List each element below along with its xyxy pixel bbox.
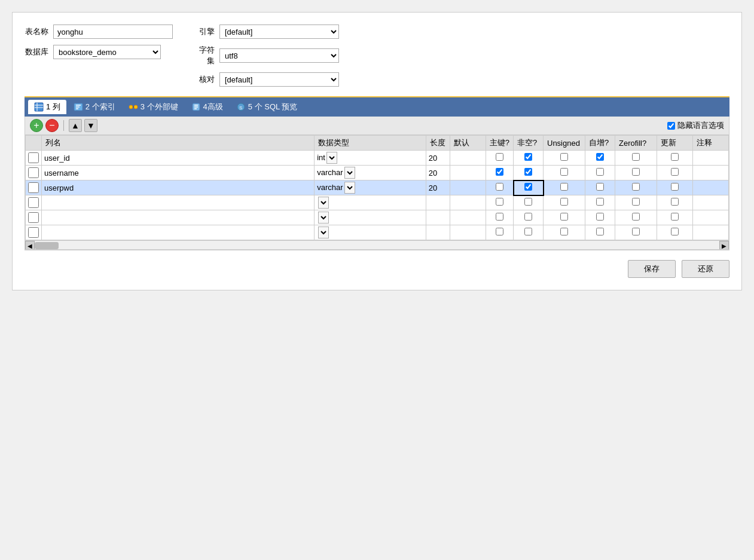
move-up-button[interactable]: ▲ (69, 119, 82, 132)
col-notnull-cell[interactable] (514, 225, 544, 240)
database-select[interactable]: bookstore_demo (53, 45, 161, 59)
col-autoincr-cell[interactable] (585, 151, 615, 166)
col-comment-input[interactable] (695, 182, 726, 194)
col-update-checkbox[interactable] (671, 198, 679, 206)
col-notnull-cell[interactable] (514, 195, 544, 210)
col-primary-cell[interactable] (486, 210, 513, 225)
col-update-cell[interactable] (657, 210, 693, 225)
row-select-checkbox[interactable] (28, 227, 39, 238)
col-autoincr-cell[interactable] (585, 180, 615, 195)
col-default-input[interactable] (453, 197, 483, 209)
col-unsigned-checkbox[interactable] (560, 153, 568, 161)
row-select-checkbox[interactable] (28, 167, 39, 178)
tab-advanced[interactable]: 4高级 (185, 100, 229, 114)
col-unsigned-checkbox[interactable] (560, 183, 568, 191)
table-name-input[interactable] (53, 25, 173, 39)
col-comment-input[interactable] (695, 167, 726, 179)
col-default-cell[interactable] (450, 166, 486, 180)
col-type-dropdown[interactable] (318, 212, 329, 224)
col-primary-checkbox[interactable] (496, 198, 503, 206)
col-notnull-cell[interactable] (514, 151, 544, 166)
tab-columns[interactable]: 1 列 (28, 100, 66, 114)
row-select-checkbox[interactable] (28, 152, 39, 163)
col-comment-cell[interactable] (693, 225, 729, 240)
col-update-cell[interactable] (657, 166, 693, 180)
col-update-cell[interactable] (657, 151, 693, 166)
col-length-cell[interactable] (426, 225, 450, 240)
col-length-input[interactable] (429, 182, 447, 194)
col-default-cell[interactable] (450, 210, 486, 225)
col-primary-cell[interactable] (486, 180, 513, 195)
col-autoincr-cell[interactable] (585, 225, 615, 240)
col-comment-cell[interactable] (693, 180, 729, 195)
row-select-checkbox[interactable] (28, 212, 39, 223)
col-notnull-checkbox[interactable] (524, 153, 532, 161)
horizontal-scrollbar[interactable]: ◀ ▶ (25, 240, 729, 250)
col-primary-checkbox[interactable] (496, 213, 503, 221)
hide-lang-checkbox[interactable] (667, 122, 675, 130)
col-unsigned-checkbox[interactable] (560, 168, 568, 176)
col-name-cell[interactable] (42, 180, 315, 195)
col-update-checkbox[interactable] (671, 213, 679, 221)
col-notnull-cell[interactable] (514, 166, 544, 180)
col-unsigned-cell[interactable] (544, 151, 585, 166)
col-zerofill-checkbox[interactable] (632, 213, 640, 221)
col-primary-cell[interactable] (486, 166, 513, 180)
col-autoincr-cell[interactable] (585, 195, 615, 210)
col-primary-cell[interactable] (486, 225, 513, 240)
col-comment-cell[interactable] (693, 166, 729, 180)
col-update-cell[interactable] (657, 195, 693, 210)
col-default-input[interactable] (453, 167, 483, 179)
col-autoincr-checkbox[interactable] (596, 153, 604, 161)
col-name-cell[interactable] (42, 166, 315, 180)
col-primary-checkbox[interactable] (496, 183, 503, 191)
col-unsigned-cell[interactable] (544, 180, 585, 195)
col-comment-cell[interactable] (693, 195, 729, 210)
hide-lang-option[interactable]: 隐藏语言选项 (667, 120, 724, 131)
col-autoincr-cell[interactable] (585, 166, 615, 180)
col-autoincr-checkbox[interactable] (596, 168, 604, 176)
col-primary-checkbox[interactable] (496, 168, 503, 176)
col-default-input[interactable] (453, 212, 483, 224)
col-default-input[interactable] (453, 182, 483, 194)
col-default-cell[interactable] (450, 225, 486, 240)
col-default-cell[interactable] (450, 180, 486, 195)
scroll-left-button[interactable]: ◀ (25, 241, 35, 250)
col-zerofill-cell[interactable] (615, 151, 657, 166)
col-name-input[interactable] (44, 182, 312, 194)
col-zerofill-cell[interactable] (615, 180, 657, 195)
col-notnull-checkbox[interactable] (524, 198, 532, 206)
col-type-cell[interactable] (315, 195, 426, 210)
col-comment-cell[interactable] (693, 210, 729, 225)
col-update-checkbox[interactable] (671, 168, 679, 176)
tab-foreign-keys[interactable]: 3 个外部键 (123, 100, 184, 114)
col-zerofill-cell[interactable] (615, 225, 657, 240)
collation-select[interactable]: [default] (219, 72, 339, 87)
col-update-checkbox[interactable] (671, 153, 679, 161)
col-zerofill-checkbox[interactable] (632, 153, 640, 161)
col-comment-cell[interactable] (693, 151, 729, 166)
remove-row-button[interactable]: − (45, 119, 59, 132)
col-unsigned-cell[interactable] (544, 166, 585, 180)
add-row-button[interactable]: + (30, 119, 43, 132)
col-comment-input[interactable] (695, 152, 726, 164)
col-notnull-checkbox[interactable] (524, 213, 532, 221)
row-select-checkbox[interactable] (28, 197, 39, 208)
col-autoincr-checkbox[interactable] (596, 228, 604, 235)
col-autoincr-checkbox[interactable] (596, 213, 604, 221)
col-unsigned-cell[interactable] (544, 225, 585, 240)
col-default-cell[interactable] (450, 151, 486, 166)
col-zerofill-checkbox[interactable] (632, 183, 640, 191)
col-name-input[interactable] (44, 227, 312, 238)
col-length-cell[interactable] (426, 210, 450, 225)
col-type-cell[interactable]: varchar (315, 166, 426, 180)
col-autoincr-checkbox[interactable] (596, 183, 604, 191)
save-button[interactable]: 保存 (628, 260, 676, 278)
col-primary-cell[interactable] (486, 151, 513, 166)
tab-indexes[interactable]: 2 个索引 (68, 100, 121, 114)
scrollbar-thumb[interactable] (35, 242, 59, 249)
row-select-checkbox[interactable] (28, 182, 39, 193)
col-length-input[interactable] (429, 227, 447, 238)
col-type-dropdown[interactable] (326, 152, 337, 164)
col-name-input[interactable] (44, 212, 312, 224)
